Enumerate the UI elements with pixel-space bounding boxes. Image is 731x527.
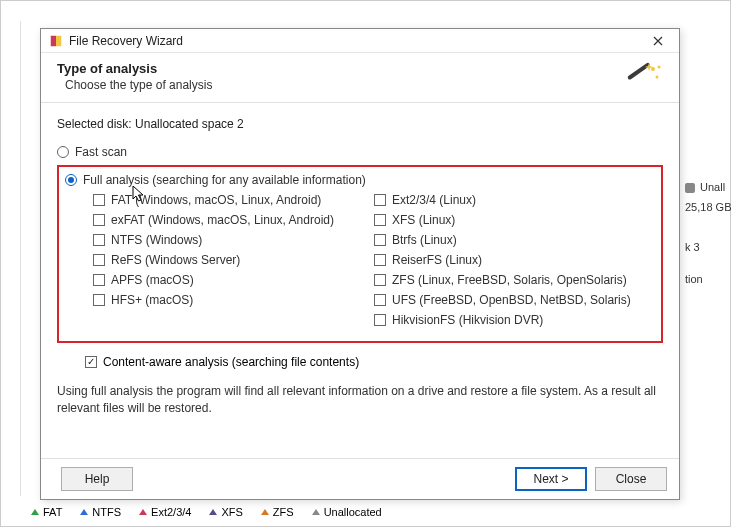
- legend-triangle-icon: [31, 509, 39, 515]
- svg-rect-2: [627, 62, 651, 80]
- checkbox-icon: [374, 194, 386, 206]
- fs-column-right: Ext2/3/4 (Linux) XFS (Linux) Btrfs (Linu…: [374, 193, 655, 333]
- checkbox-icon: [374, 274, 386, 286]
- checkbox-icon: [93, 254, 105, 266]
- checkbox-icon: [374, 234, 386, 246]
- dialog-content: Selected disk: Unallocated space 2 Fast …: [41, 103, 679, 458]
- checkbox-icon: [93, 294, 105, 306]
- wizard-wand-icon: [623, 59, 663, 95]
- checkbox-icon: [374, 294, 386, 306]
- fast-scan-label: Fast scan: [75, 145, 127, 159]
- content-aware-label: Content-aware analysis (searching file c…: [103, 355, 359, 369]
- selected-disk-label: Selected disk: Unallocated space 2: [57, 117, 663, 131]
- svg-rect-0: [51, 35, 56, 46]
- svg-point-3: [651, 67, 655, 71]
- legend-triangle-icon: [261, 509, 269, 515]
- legend-bar: FAT NTFS Ext2/3/4 XFS ZFS Unallocated: [31, 506, 382, 518]
- legend-triangle-icon: [139, 509, 147, 515]
- full-analysis-radio[interactable]: Full analysis (searching for any availab…: [65, 173, 655, 187]
- dialog-title: File Recovery Wizard: [69, 34, 643, 48]
- fs-checkbox-ext[interactable]: Ext2/3/4 (Linux): [374, 193, 655, 207]
- fs-checkbox-btrfs[interactable]: Btrfs (Linux): [374, 233, 655, 247]
- checkbox-icon: [374, 214, 386, 226]
- legend-item: Ext2/3/4: [139, 506, 191, 518]
- checkbox-icon: [85, 356, 97, 368]
- fs-checkbox-zfs[interactable]: ZFS (Linux, FreeBSD, Solaris, OpenSolari…: [374, 273, 655, 287]
- checkbox-icon: [93, 274, 105, 286]
- fs-checkbox-ntfs[interactable]: NTFS (Windows): [93, 233, 374, 247]
- bg-k3: k 3: [685, 241, 720, 253]
- svg-point-4: [656, 76, 659, 79]
- legend-triangle-icon: [80, 509, 88, 515]
- legend-triangle-icon: [209, 509, 217, 515]
- fs-checkbox-hfsplus[interactable]: HFS+ (macOS): [93, 293, 374, 307]
- svg-point-5: [658, 66, 661, 69]
- titlebar: File Recovery Wizard: [41, 29, 679, 53]
- content-aware-checkbox[interactable]: Content-aware analysis (searching file c…: [85, 355, 663, 369]
- checkbox-icon: [93, 234, 105, 246]
- checkbox-icon: [93, 214, 105, 226]
- fs-checkbox-exfat[interactable]: exFAT (Windows, macOS, Linux, Android): [93, 213, 374, 227]
- full-analysis-highlight-box: Full analysis (searching for any availab…: [57, 165, 663, 343]
- legend-item: FAT: [31, 506, 62, 518]
- header-title: Type of analysis: [57, 61, 663, 76]
- fs-column-left: FAT (Windows, macOS, Linux, Android) exF…: [93, 193, 374, 333]
- checkbox-icon: [93, 194, 105, 206]
- close-button[interactable]: Close: [595, 467, 667, 491]
- legend-item: Unallocated: [312, 506, 382, 518]
- fs-checkbox-apfs[interactable]: APFS (macOS): [93, 273, 374, 287]
- close-icon[interactable]: [643, 31, 673, 51]
- app-icon: [49, 34, 63, 48]
- legend-item: ZFS: [261, 506, 294, 518]
- filesystem-grid: FAT (Windows, macOS, Linux, Android) exF…: [93, 193, 655, 333]
- bg-unall-label: Unall: [700, 181, 725, 193]
- background-sidebar: [1, 21, 21, 496]
- fs-checkbox-fat[interactable]: FAT (Windows, macOS, Linux, Android): [93, 193, 374, 207]
- legend-triangle-icon: [312, 509, 320, 515]
- info-text: Using full analysis the program will fin…: [57, 383, 663, 417]
- fs-checkbox-hikvisionfs[interactable]: HikvisionFS (Hikvision DVR): [374, 313, 655, 327]
- checkbox-icon: [374, 254, 386, 266]
- disk-icon: [685, 183, 695, 193]
- radio-icon: [65, 174, 77, 186]
- fs-checkbox-xfs[interactable]: XFS (Linux): [374, 213, 655, 227]
- dialog-footer: Help Next > Close: [41, 458, 679, 499]
- fs-checkbox-refs[interactable]: ReFS (Windows Server): [93, 253, 374, 267]
- bg-unallocated-row: Unall: [685, 181, 720, 193]
- legend-item: NTFS: [80, 506, 121, 518]
- fast-scan-radio[interactable]: Fast scan: [57, 145, 663, 159]
- fs-checkbox-reiserfs[interactable]: ReiserFS (Linux): [374, 253, 655, 267]
- fs-checkbox-ufs[interactable]: UFS (FreeBSD, OpenBSD, NetBSD, Solaris): [374, 293, 655, 307]
- bg-tion: tion: [685, 273, 720, 285]
- legend-item: XFS: [209, 506, 242, 518]
- file-recovery-wizard-dialog: File Recovery Wizard Type of analysis Ch…: [40, 28, 680, 500]
- radio-icon: [57, 146, 69, 158]
- bg-unall-size: 25,18 GB: [685, 201, 720, 213]
- dialog-header: Type of analysis Choose the type of anal…: [41, 53, 679, 103]
- full-analysis-label: Full analysis (searching for any availab…: [83, 173, 366, 187]
- next-button[interactable]: Next >: [515, 467, 587, 491]
- header-subtitle: Choose the type of analysis: [65, 78, 663, 92]
- background-right-panel: Unall 25,18 GB k 3 tion: [685, 181, 720, 293]
- svg-rect-1: [56, 35, 61, 46]
- checkbox-icon: [374, 314, 386, 326]
- help-button[interactable]: Help: [61, 467, 133, 491]
